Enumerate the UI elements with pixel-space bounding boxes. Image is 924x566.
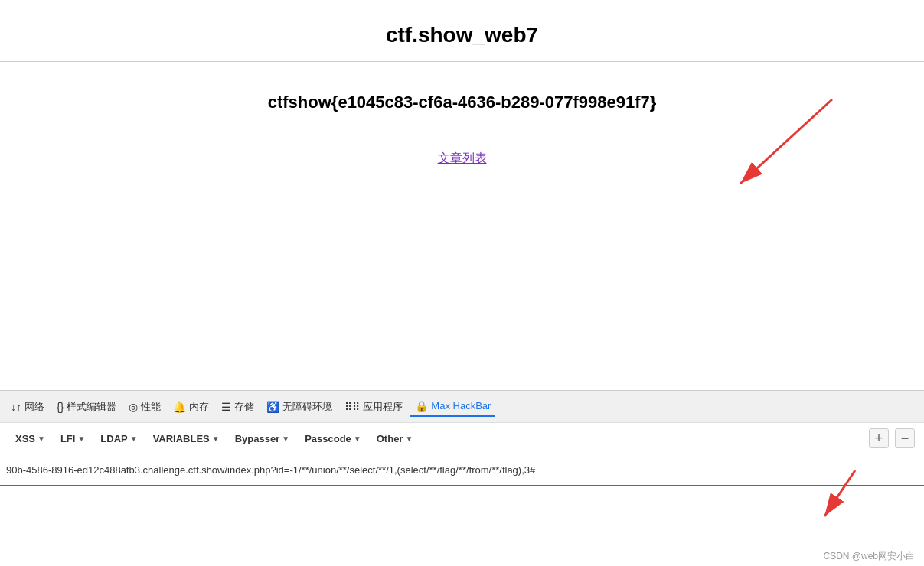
- url-bar-container: [0, 454, 924, 486]
- main-content: ctf.show_web7 ctfshow{e1045c83-cf6a-4636…: [0, 0, 924, 390]
- toolbar-storage[interactable]: ☰ 存储: [217, 397, 259, 417]
- passcode-dropdown-arrow: ▼: [354, 434, 361, 443]
- accessibility-icon: ♿: [266, 401, 279, 413]
- ldap-dropdown-arrow: ▼: [130, 434, 138, 443]
- variables-dropdown-arrow: ▼: [212, 434, 220, 443]
- url-input[interactable]: [0, 457, 924, 482]
- lfi-button[interactable]: LFI ▼: [54, 430, 91, 447]
- add-tab-button[interactable]: +: [869, 428, 889, 448]
- page-title: ctf.show_web7: [386, 23, 538, 47]
- performance-icon: ◎: [129, 401, 138, 413]
- toolbar-applications[interactable]: ⠿⠿ 应用程序: [340, 397, 407, 417]
- divider: [0, 61, 924, 62]
- bypasser-dropdown-arrow: ▼: [282, 434, 289, 443]
- other-button[interactable]: Other ▼: [371, 430, 420, 447]
- article-link[interactable]: 文章列表: [438, 151, 487, 167]
- toolbar-memory[interactable]: 🔔 内存: [168, 397, 214, 417]
- hackbar-icon: 🔒: [415, 400, 428, 412]
- hackbar-toolbar: XSS ▼ LFI ▼ LDAP ▼ VARIABLES ▼ Bypasser …: [0, 422, 924, 454]
- xss-dropdown-arrow: ▼: [38, 434, 45, 443]
- svg-line-1: [740, 99, 832, 184]
- style-icon: {}: [57, 401, 64, 413]
- annotation-arrow-1: [710, 76, 847, 214]
- passcode-button[interactable]: Passcode ▼: [299, 430, 367, 447]
- storage-icon: ☰: [221, 401, 231, 413]
- flag-text: ctfshow{e1045c83-cf6a-4636-b289-077f998e…: [268, 93, 657, 112]
- network-icon: ↓↑: [11, 401, 21, 413]
- toolbar-network[interactable]: ↓↑ 网络: [6, 397, 49, 417]
- remove-tab-button[interactable]: −: [895, 428, 915, 448]
- toolbar-performance[interactable]: ◎ 性能: [124, 397, 165, 417]
- toolbar-accessibility[interactable]: ♿ 无障碍环境: [262, 397, 337, 417]
- xss-button[interactable]: XSS ▼: [9, 430, 51, 447]
- bypasser-button[interactable]: Bypasser ▼: [229, 430, 295, 447]
- variables-button[interactable]: VARIABLES ▼: [147, 430, 226, 447]
- applications-icon: ⠿⠿: [344, 401, 360, 413]
- toolbar-style-editor[interactable]: {} 样式编辑器: [52, 397, 121, 417]
- attribution: CSDN @web网安小白: [823, 550, 915, 563]
- memory-icon: 🔔: [173, 401, 186, 413]
- svg-line-3: [824, 470, 855, 516]
- annotation-arrow-2: [809, 463, 886, 539]
- lfi-dropdown-arrow: ▼: [77, 434, 85, 443]
- devtools-toolbar: ↓↑ 网络 {} 样式编辑器 ◎ 性能 🔔 内存 ☰ 存储 ♿ 无障碍环境 ⠿⠿…: [0, 390, 924, 422]
- ldap-button[interactable]: LDAP ▼: [94, 430, 143, 447]
- toolbar-hackbar[interactable]: 🔒 Max HackBar: [410, 397, 495, 417]
- other-dropdown-arrow: ▼: [405, 434, 413, 443]
